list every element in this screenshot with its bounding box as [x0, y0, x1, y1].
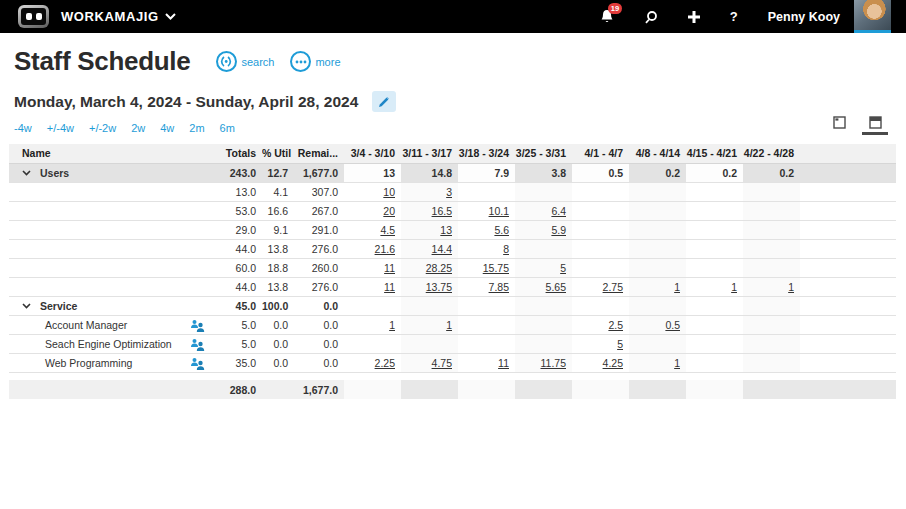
notifications-button[interactable]: 19 — [600, 9, 614, 24]
edit-date-range-button[interactable] — [372, 91, 396, 112]
hours-link[interactable]: 2.75 — [603, 281, 623, 293]
hours-link[interactable]: 5 — [617, 338, 623, 350]
cell-week-1[interactable]: 10 — [344, 182, 401, 201]
hours-link[interactable]: 4.5 — [380, 224, 395, 236]
cell-week-2[interactable]: 13 — [401, 220, 458, 239]
cell-week-5[interactable]: 5 — [572, 334, 629, 353]
collapse-chevron-icon[interactable] — [22, 303, 31, 309]
cell-week-1[interactable]: 4.5 — [344, 220, 401, 239]
hours-link[interactable]: 28.25 — [426, 262, 452, 274]
brand-menu[interactable]: WORKAMAJIG — [61, 9, 176, 24]
cell-week-4: 3.8 — [515, 163, 572, 182]
quick-link-2w[interactable]: 2w — [131, 122, 145, 134]
hours-link[interactable]: 16.5 — [432, 205, 452, 217]
cell-week-3[interactable]: 8 — [458, 239, 515, 258]
hours-link[interactable]: 11 — [384, 262, 395, 274]
quick-link-4w[interactable]: 4w — [160, 122, 174, 134]
hours-link[interactable]: 7.85 — [489, 281, 509, 293]
cell-week-2[interactable]: 4.75 — [401, 353, 458, 372]
cell-week-1[interactable]: 20 — [344, 201, 401, 220]
cell-week-1[interactable]: 1 — [344, 315, 401, 334]
cell-week-5[interactable]: 2.75 — [572, 277, 629, 296]
cell-totals: 53.0 — [209, 201, 262, 220]
cell-week-1[interactable]: 21.6 — [344, 239, 401, 258]
cell-week-4[interactable]: 5 — [515, 258, 572, 277]
cell-week-3[interactable]: 11 — [458, 353, 515, 372]
cell-week-3[interactable]: 15.75 — [458, 258, 515, 277]
cell-week-2[interactable]: 3 — [401, 182, 458, 201]
cell-week-6[interactable]: 1 — [629, 353, 686, 372]
cell-week-8[interactable]: 1 — [743, 277, 800, 296]
hours-link[interactable]: 4.75 — [432, 357, 452, 369]
help-button[interactable]: ? — [730, 9, 738, 24]
hours-link[interactable]: 1 — [731, 281, 737, 293]
hours-link[interactable]: 11 — [384, 281, 395, 293]
cell-week-5[interactable]: 2.5 — [572, 315, 629, 334]
hours-link[interactable]: 6.4 — [551, 205, 566, 217]
hours-link[interactable]: 13.75 — [426, 281, 452, 293]
hours-link[interactable]: 14.4 — [432, 243, 452, 255]
cell-week-2[interactable]: 13.75 — [401, 277, 458, 296]
cell-week-4[interactable]: 6.4 — [515, 201, 572, 220]
hours-link[interactable]: 5 — [560, 262, 566, 274]
user-avatar[interactable] — [854, 0, 891, 33]
hours-link[interactable]: 10.1 — [489, 205, 509, 217]
people-icon[interactable] — [190, 357, 205, 372]
hours-link[interactable]: 20 — [383, 205, 395, 217]
cell-week-3[interactable]: 5.6 — [458, 220, 515, 239]
quick-link-2w[interactable]: +/-2w — [89, 122, 116, 134]
hours-link[interactable]: 4.25 — [603, 357, 623, 369]
grid-view-toggle[interactable] — [826, 116, 852, 135]
cell-week-4[interactable]: 11.75 — [515, 353, 572, 372]
add-button[interactable] — [688, 11, 700, 23]
hours-link[interactable]: 1 — [674, 357, 680, 369]
search-toggle-button[interactable]: search — [216, 51, 274, 72]
cell-week-6[interactable]: 0.5 — [629, 315, 686, 334]
hours-link[interactable]: 2.25 — [375, 357, 395, 369]
cell-week-2[interactable]: 1 — [401, 315, 458, 334]
cell-week-1[interactable]: 11 — [344, 277, 401, 296]
cell-week-2[interactable]: 16.5 — [401, 201, 458, 220]
hours-link[interactable]: 1 — [788, 281, 794, 293]
cell-week-6[interactable]: 1 — [629, 277, 686, 296]
cell-week-5[interactable]: 4.25 — [572, 353, 629, 372]
people-icon[interactable] — [190, 338, 205, 353]
hours-link[interactable]: 10 — [383, 186, 395, 198]
quick-link-4w[interactable]: -4w — [14, 122, 32, 134]
hours-link[interactable]: 1 — [389, 319, 395, 331]
hours-link[interactable]: 5.9 — [551, 224, 566, 236]
hours-link[interactable]: 1 — [674, 281, 680, 293]
cell-week-2[interactable]: 28.25 — [401, 258, 458, 277]
hours-link[interactable]: 21.6 — [375, 243, 395, 255]
global-search-button[interactable] — [644, 10, 658, 24]
panel-view-toggle[interactable] — [862, 116, 888, 135]
hours-link[interactable]: 13 — [440, 224, 452, 236]
hours-link[interactable]: 3 — [446, 186, 452, 198]
cell-week-6 — [629, 239, 686, 258]
cell-week-1[interactable]: 2.25 — [344, 353, 401, 372]
hours-link[interactable]: 0.5 — [665, 319, 680, 331]
cell-week-7[interactable]: 1 — [686, 277, 743, 296]
user-menu[interactable]: Penny Kooy — [768, 10, 840, 24]
footer-week-8 — [743, 380, 800, 399]
hours-link[interactable]: 15.75 — [483, 262, 509, 274]
cell-week-4[interactable]: 5.9 — [515, 220, 572, 239]
cell-week-4[interactable]: 5.65 — [515, 277, 572, 296]
quick-link-2m[interactable]: 2m — [189, 122, 204, 134]
collapse-chevron-icon[interactable] — [22, 170, 31, 176]
more-button[interactable]: more — [290, 51, 340, 72]
hours-link[interactable]: 5.65 — [546, 281, 566, 293]
cell-week-1[interactable]: 11 — [344, 258, 401, 277]
hours-link[interactable]: 8 — [503, 243, 509, 255]
hours-link[interactable]: 5.6 — [494, 224, 509, 236]
quick-link-4w[interactable]: +/-4w — [47, 122, 74, 134]
hours-link[interactable]: 1 — [446, 319, 452, 331]
cell-week-2[interactable]: 14.4 — [401, 239, 458, 258]
cell-week-3[interactable]: 10.1 — [458, 201, 515, 220]
cell-week-3[interactable]: 7.85 — [458, 277, 515, 296]
hours-link[interactable]: 2.5 — [608, 319, 623, 331]
hours-link[interactable]: 11.75 — [541, 357, 567, 369]
quick-link-6m[interactable]: 6m — [220, 122, 235, 134]
people-icon[interactable] — [190, 319, 205, 334]
hours-link[interactable]: 11 — [498, 357, 509, 369]
